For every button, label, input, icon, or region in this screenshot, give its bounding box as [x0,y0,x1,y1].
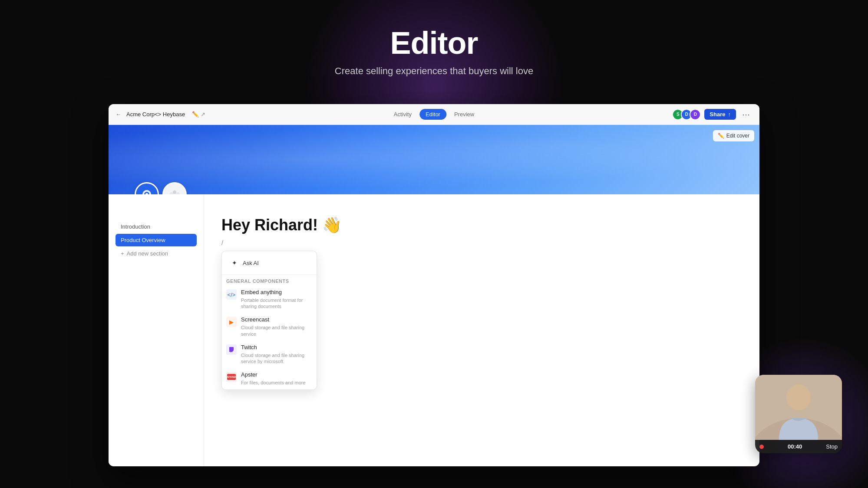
tab-preview[interactable]: Preview [448,109,480,120]
browser-window: ← Acme Corp<> Heybase ✏️ ↗ Activity Edit… [109,104,759,466]
dropdown-item-apster[interactable]: APSTER Apster For files, documents and m… [222,368,317,389]
dropdown-top: ✦ Ask AI [222,251,317,275]
twitch-title: Twitch [241,344,312,351]
ai-sparkle-icon: ✦ [230,258,239,268]
hero-section: Editor Create selling experiences that b… [335,26,533,77]
slash-command-dropdown: ✦ Ask AI General components </> Embed an… [221,251,317,390]
svg-point-11 [786,384,811,410]
logo-heybase [135,182,159,194]
apster-icon: APSTER [226,372,237,382]
external-link-icon[interactable]: ↗ [201,111,205,118]
content-area: Introduction Product Overview + Add new … [109,194,759,466]
embed-desc: Portable document format for sharing doc… [241,297,312,310]
apster-title: Apster [241,371,312,379]
sidebar-add-section[interactable]: + Add new section [116,247,197,260]
screencast-desc: Cloud storage and file sharing service [241,324,312,337]
edit-cover-label: Edit cover [726,133,749,139]
video-feed [755,375,842,440]
hero-title: Editor [335,26,533,60]
share-label: Share [710,111,725,118]
dropdown-item-screencast[interactable]: ▶ Screencast Cloud storage and file shar… [222,313,317,340]
sidebar-item-introduction[interactable]: Introduction [116,220,197,233]
breadcrumb-icons: ✏️ ↗ [192,111,205,118]
avatar-group: S D D [672,109,701,120]
embed-item-content: Embed anything Portable document format … [241,289,312,309]
hero-subtitle: Create selling experiences that buyers w… [335,66,533,77]
screencast-title: Screencast [241,316,312,324]
more-options-button[interactable]: ⋯ [739,109,752,120]
back-arrow-icon: ← [116,111,121,118]
screencast-icon: ▶ [226,317,237,327]
apster-item-content: Apster For files, documents and more [241,371,312,386]
cover-area: ✏️ Edit cover [109,125,759,194]
breadcrumb: Acme Corp<> Heybase [126,111,185,118]
ask-ai-item[interactable]: ✦ Ask AI [225,255,313,271]
topbar-nav: Activity Editor Preview [388,109,480,120]
ask-ai-label: Ask AI [243,260,259,266]
twitch-item-content: Twitch Cloud storage and file sharing se… [241,344,312,364]
edit-cover-button[interactable]: ✏️ Edit cover [713,130,754,141]
avatar-d2: D [690,109,701,120]
share-button[interactable]: Share ↑ [704,109,736,120]
sidebar-item-product-overview[interactable]: Product Overview [116,234,197,246]
embed-title: Embed anything [241,289,312,296]
dropdown-item-embed[interactable]: </> Embed anything Portable document for… [222,285,317,313]
add-section-label: Add new section [127,250,168,257]
embed-icon: </> [226,289,237,300]
tab-editor[interactable]: Editor [419,109,446,120]
twitch-icon [226,344,237,355]
editor-main: Hey Richard! 👋 / ✦ Ask AI General compon… [204,194,759,466]
dropdown-section-label: General components [222,275,317,285]
recording-time: 00:40 [788,443,802,450]
apster-desc: For files, documents and more [241,380,312,386]
edit-breadcrumb-icon[interactable]: ✏️ [192,111,199,118]
video-widget: 00:40 Stop [755,375,842,453]
back-button[interactable]: ← [116,111,121,118]
editor-greeting: Hey Richard! 👋 [221,216,742,234]
sidebar: Introduction Product Overview + Add new … [109,194,204,466]
dropdown-item-twitch[interactable]: Twitch Cloud storage and file sharing se… [222,341,317,368]
edit-pencil-icon: ✏️ [718,133,724,139]
share-icon: ↑ [728,111,731,118]
recording-indicator [759,445,764,449]
video-controls: 00:40 Stop [755,440,842,453]
logo-area [135,182,187,194]
svg-rect-7 [229,347,234,350]
add-icon: + [121,250,124,257]
topbar-right: S D D Share ↑ ⋯ [672,109,752,120]
stop-recording-button[interactable]: Stop [826,443,838,450]
svg-marker-8 [229,350,234,353]
slash-command-indicator[interactable]: / [221,239,742,246]
twitch-desc: Cloud storage and file sharing service b… [241,352,312,365]
tab-activity[interactable]: Activity [388,109,418,120]
browser-topbar: ← Acme Corp<> Heybase ✏️ ↗ Activity Edit… [109,104,759,125]
screencast-item-content: Screencast Cloud storage and file sharin… [241,316,312,337]
logo-acme [162,182,187,194]
